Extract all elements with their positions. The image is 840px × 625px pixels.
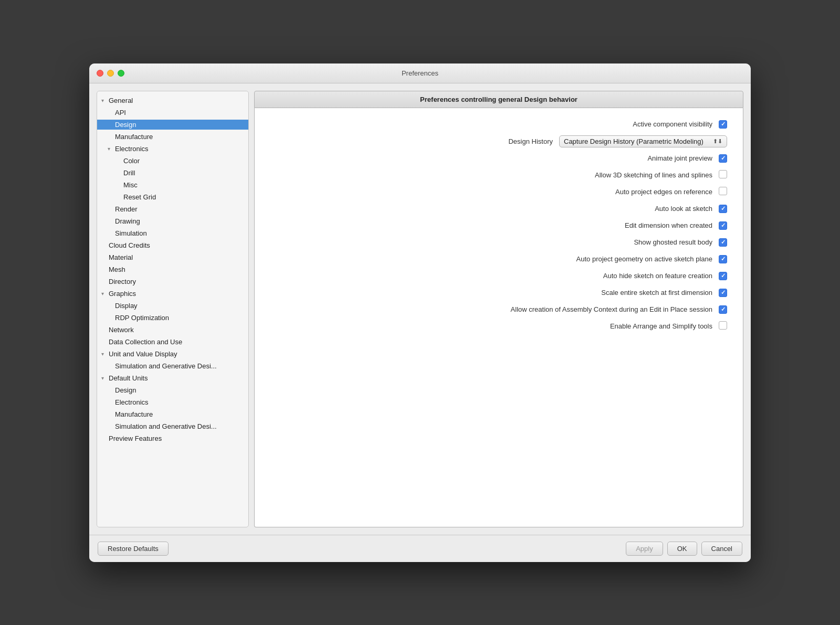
dropdown-arrow-icon: ⬆⬇ [713,138,722,145]
cancel-button[interactable]: Cancel [701,542,742,556]
checkbox-enable_arrange_simplify[interactable] [719,321,727,330]
sidebar-item-designdu[interactable]: Design [97,384,248,396]
sidebar-item-label: Reset Grid [123,193,244,201]
sidebar-item-render[interactable]: Render [97,203,248,215]
setting-label-active_component_visibility: Active component visibility [633,120,712,128]
checkbox-scale_entire_sketch[interactable] [719,289,727,297]
sidebar-item-label: Display [115,302,244,310]
sidebar-item-color[interactable]: Color [97,155,248,167]
checkbox-auto_project_geometry[interactable] [719,255,727,263]
sidebar-item-label: Directory [109,278,244,285]
sidebar-item-defaultunits[interactable]: ▾Default Units [97,372,248,384]
setting-label-auto_project_geometry: Auto project geometry on active sketch p… [576,255,712,263]
sidebar-item-api[interactable]: API [97,107,248,119]
sidebar-item-label: Graphics [109,290,244,298]
setting-row-auto_look_at_sketch: Auto look at sketch [270,203,727,215]
setting-row-auto_project_edges: Auto project edges on reference [270,186,727,198]
setting-row-auto_hide_sketch: Auto hide sketch on feature creation [270,270,727,282]
checkbox-animate_joint_preview[interactable] [719,154,727,163]
sidebar-item-label: Electronics [115,398,244,406]
maximize-button[interactable] [118,70,124,77]
sidebar-item-material[interactable]: Material [97,251,248,263]
chevron-icon: ▾ [108,146,114,152]
checkbox-allow_3d_sketching[interactable] [719,170,727,178]
setting-row-edit_dimension: Edit dimension when created [270,220,727,231]
sidebar-item-electronicsdu[interactable]: Electronics [97,396,248,408]
titlebar: Preferences [89,63,751,83]
action-buttons: Apply OK Cancel [626,542,742,556]
sidebar-item-display[interactable]: Display [97,300,248,312]
apply-button[interactable]: Apply [626,542,663,556]
checkbox-allow_assembly_context[interactable] [719,305,727,314]
sidebar-item-manufacture[interactable]: Manufacture [97,131,248,143]
chevron-icon: ▾ [101,98,108,103]
checkbox-active_component_visibility[interactable] [719,120,727,129]
checkbox-show_ghosted[interactable] [719,238,727,247]
setting-row-allow_assembly_context: Allow creation of Assembly Context durin… [270,304,727,315]
sidebar-item-cloudcredits[interactable]: Cloud Credits [97,239,248,251]
sidebar-item-network[interactable]: Network [97,324,248,336]
sidebar-item-previewfeatures[interactable]: Preview Features [97,432,248,444]
setting-row-enable_arrange_simplify: Enable Arrange and Simplify tools [270,321,727,332]
restore-defaults-button[interactable]: Restore Defaults [98,542,169,556]
sidebar-item-unitvalue[interactable]: ▾Unit and Value Display [97,348,248,360]
sidebar-item-general[interactable]: ▾General [97,94,248,107]
sidebar-item-label: RDP Optimization [115,314,244,322]
sidebar-item-label: Manufacture [115,410,244,418]
sidebar-item-label: Preview Features [109,435,244,442]
setting-label-auto_look_at_sketch: Auto look at sketch [655,205,712,213]
setting-label-animate_joint_preview: Animate joint preview [647,154,712,162]
sidebar-item-electronics[interactable]: ▾Electronics [97,143,248,155]
setting-row-scale_entire_sketch: Scale entire sketch at first dimension [270,287,727,299]
checkbox-edit_dimension[interactable] [719,221,727,230]
setting-label-edit_dimension: Edit dimension when created [625,221,712,229]
sidebar-item-label: Data Collection and Use [109,338,244,346]
setting-label-allow_assembly_context: Allow creation of Assembly Context durin… [511,305,712,313]
sidebar-item-label: General [109,97,244,104]
sidebar-item-design[interactable]: Design [97,119,248,131]
sidebar-item-label: Render [115,205,244,213]
sidebar-item-resetgrid[interactable]: Reset Grid [97,191,248,203]
sidebar-item-directory[interactable]: Directory [97,276,248,288]
setting-row-active_component_visibility: Active component visibility [270,119,727,130]
sidebar-item-datacollection[interactable]: Data Collection and Use [97,336,248,348]
sidebar-item-label: Material [109,253,244,261]
chevron-icon: ▾ [101,291,108,296]
dropdown-text: Capture Design History (Parametric Model… [564,137,704,145]
preferences-window: Preferences ▾GeneralAPIDesignManufacture… [89,63,751,562]
checkbox-auto_hide_sketch[interactable] [719,272,727,280]
main-content: ▾GeneralAPIDesignManufacture▾Electronics… [89,83,751,535]
ok-button[interactable]: OK [667,542,697,556]
traffic-lights [97,70,124,77]
panel-header: Preferences controlling general Design b… [254,91,743,108]
minimize-button[interactable] [107,70,114,77]
sidebar-item-drawing[interactable]: Drawing [97,215,248,227]
sidebar-item-label: Unit and Value Display [109,350,244,358]
sidebar-item-label: Cloud Credits [109,241,244,249]
sidebar-item-mesh[interactable]: Mesh [97,263,248,276]
setting-label-auto_project_edges: Auto project edges on reference [615,188,712,196]
sidebar-item-label: Mesh [109,266,244,273]
setting-row-allow_3d_sketching: Allow 3D sketching of lines and splines [270,170,727,181]
sidebar-item-label: API [115,109,244,116]
setting-label-enable_arrange_simplify: Enable Arrange and Simplify tools [610,322,712,330]
sidebar-item-misc[interactable]: Misc [97,179,248,191]
setting-row-show_ghosted: Show ghosted result body [270,237,727,248]
checkbox-auto_project_edges[interactable] [719,187,727,195]
sidebar-item-simulation[interactable]: Simulation [97,227,248,239]
setting-label-design_history: Design History [508,137,553,145]
bottom-bar: Restore Defaults Apply OK Cancel [89,535,751,562]
sidebar-item-manufacturedu[interactable]: Manufacture [97,408,248,420]
sidebar-item-graphics[interactable]: ▾Graphics [97,288,248,300]
sidebar-item-label: Network [109,326,244,334]
sidebar-item-rdpoptimization[interactable]: RDP Optimization [97,312,248,324]
close-button[interactable] [97,70,103,77]
sidebar-item-label: Design [115,121,244,129]
sidebar: ▾GeneralAPIDesignManufacture▾Electronics… [97,91,249,527]
sidebar-item-simgenerativedesi1[interactable]: Simulation and Generative Desi... [97,360,248,372]
dropdown-design_history[interactable]: Capture Design History (Parametric Model… [559,135,727,147]
checkbox-auto_look_at_sketch[interactable] [719,205,727,213]
sidebar-item-simgenerativedesi2[interactable]: Simulation and Generative Desi... [97,420,248,432]
sidebar-item-label: Misc [123,181,244,189]
sidebar-item-drill[interactable]: Drill [97,167,248,179]
